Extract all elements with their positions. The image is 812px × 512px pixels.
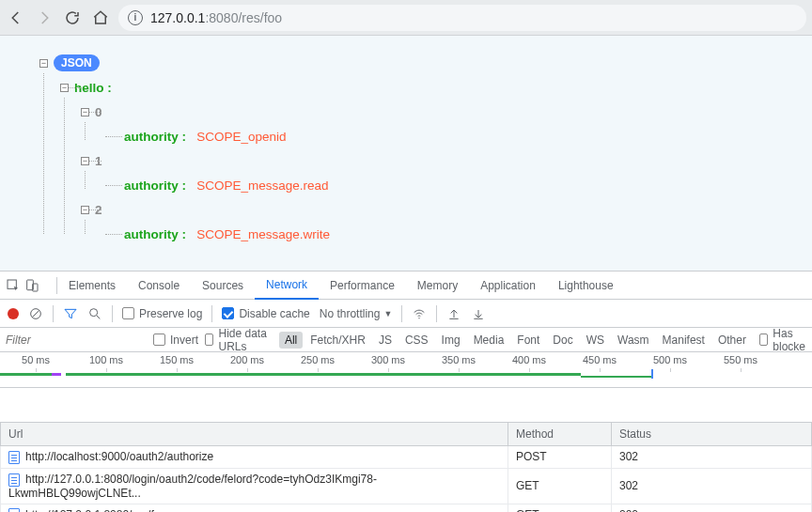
- filter-chip-wasm[interactable]: Wasm: [612, 332, 655, 349]
- tree-node-1[interactable]: − 1: [81, 150, 803, 171]
- filter-chip-img[interactable]: Img: [436, 332, 466, 349]
- tree-value: SCOPE_message.read: [196, 178, 328, 193]
- timeline-bar: [52, 373, 61, 376]
- collapse-icon[interactable]: −: [81, 206, 89, 214]
- filter-chip-js[interactable]: JS: [373, 332, 398, 349]
- filter-input[interactable]: [0, 331, 153, 349]
- upload-icon[interactable]: [446, 306, 461, 321]
- tab-elements[interactable]: Elements: [57, 272, 127, 300]
- collapse-icon[interactable]: −: [81, 108, 89, 116]
- arrow-left-icon: [8, 9, 24, 26]
- timeline-tick: 400 ms: [512, 354, 546, 365]
- col-status[interactable]: Status: [612, 423, 812, 446]
- table-row[interactable]: http://localhost:9000/oauth2/authorize P…: [1, 446, 812, 469]
- filter-chip-other[interactable]: Other: [712, 332, 752, 349]
- arrow-right-icon: [36, 9, 53, 26]
- timeline-tick: 150 ms: [160, 354, 194, 365]
- file-icon: [8, 451, 20, 464]
- tree-leaf: authority : SCOPE_message.write: [102, 224, 803, 244]
- tree-value: SCOPE_openid: [196, 130, 286, 144]
- timeline-tick: 450 ms: [583, 354, 617, 365]
- clear-icon[interactable]: [28, 306, 43, 321]
- device-toggle-icon[interactable]: [24, 278, 39, 293]
- reload-button[interactable]: [62, 8, 83, 28]
- timeline-tick: 500 ms: [653, 354, 687, 365]
- svg-line-6: [97, 316, 100, 318]
- tab-sources[interactable]: Sources: [191, 272, 255, 300]
- devtools-tabs: Elements Console Sources Network Perform…: [0, 272, 812, 300]
- record-button[interactable]: [8, 308, 19, 319]
- tree-key: authority :: [124, 130, 186, 144]
- tree-key: authority :: [124, 227, 186, 241]
- tab-application[interactable]: Application: [469, 272, 547, 300]
- timeline-marker: [651, 369, 653, 379]
- download-icon[interactable]: [471, 306, 486, 321]
- page-content: − JSON − hello : − 0 authority : SCOPE_o…: [0, 36, 812, 271]
- inspect-icon[interactable]: [6, 278, 21, 293]
- timeline-bar: [581, 376, 651, 378]
- json-root-row[interactable]: − JSON: [39, 53, 803, 73]
- table-row[interactable]: http://127.0.0.1:8080/login/oauth2/code/…: [1, 468, 812, 504]
- json-badge: JSON: [54, 54, 100, 71]
- filter-icon[interactable]: [63, 306, 78, 321]
- timeline-tick: 50 ms: [22, 354, 50, 365]
- tree-index: 1: [95, 154, 102, 168]
- tab-lighthouse[interactable]: Lighthouse: [547, 272, 625, 300]
- timeline-tick: 250 ms: [301, 354, 335, 365]
- svg-point-5: [90, 308, 98, 316]
- collapse-icon[interactable]: −: [81, 157, 89, 165]
- timeline-tick: 100 ms: [89, 354, 123, 365]
- filter-chip-manifest[interactable]: Manifest: [657, 332, 710, 349]
- collapse-icon[interactable]: −: [39, 59, 48, 68]
- tree-node-0[interactable]: − 0: [81, 101, 803, 122]
- home-button[interactable]: [90, 8, 111, 28]
- invert-checkbox[interactable]: Invert: [153, 334, 198, 347]
- tree-node-2[interactable]: − 2: [81, 199, 803, 220]
- browser-toolbar: i 127.0.0.1:8080/res/foo: [0, 0, 812, 36]
- tab-memory[interactable]: Memory: [406, 272, 469, 300]
- col-url[interactable]: Url: [1, 423, 508, 446]
- site-info-icon[interactable]: i: [128, 10, 143, 25]
- tree-key: authority :: [124, 178, 186, 193]
- filter-chip-ws[interactable]: WS: [581, 332, 610, 349]
- timeline-tick: 300 ms: [371, 354, 405, 365]
- network-request-table: Url Method Status http://localhost:9000/…: [0, 422, 812, 512]
- filter-chip-all[interactable]: All: [279, 332, 303, 349]
- throttling-select[interactable]: No throttling ▼: [320, 307, 393, 320]
- tab-console[interactable]: Console: [127, 272, 191, 300]
- tree-leaf: authority : SCOPE_openid: [102, 126, 803, 147]
- tree-index: 0: [95, 105, 102, 119]
- file-icon: [8, 508, 20, 512]
- table-row[interactable]: http://127.0.0.1:8080/res/foo GET 200: [1, 504, 812, 512]
- search-icon[interactable]: [87, 306, 102, 321]
- file-icon: [8, 473, 20, 487]
- hide-data-urls-checkbox[interactable]: Hide data URLs: [205, 327, 275, 353]
- home-icon: [92, 9, 109, 26]
- tree-node-hello[interactable]: − hello :: [60, 77, 803, 98]
- filter-chip-media[interactable]: Media: [468, 332, 510, 349]
- svg-point-7: [419, 318, 420, 318]
- back-button[interactable]: [6, 8, 26, 28]
- filter-chip-fetchxhr[interactable]: Fetch/XHR: [304, 332, 371, 349]
- wifi-icon[interactable]: [412, 306, 427, 321]
- collapse-icon[interactable]: −: [60, 84, 69, 92]
- forward-button[interactable]: [34, 8, 55, 28]
- svg-line-4: [32, 310, 39, 318]
- col-method[interactable]: Method: [508, 423, 612, 446]
- has-blocked-checkbox[interactable]: Has blocke: [759, 327, 812, 353]
- timeline-tick: 350 ms: [442, 354, 476, 365]
- preserve-log-checkbox[interactable]: Preserve log: [122, 307, 202, 320]
- filter-chip-css[interactable]: CSS: [399, 332, 434, 349]
- address-bar[interactable]: i 127.0.0.1:8080/res/foo: [118, 5, 806, 31]
- tree-key: hello :: [74, 81, 112, 95]
- disable-cache-checkbox[interactable]: Disable cache: [222, 307, 309, 320]
- filter-chip-doc[interactable]: Doc: [547, 332, 578, 349]
- url-text: 127.0.0.1:8080/res/foo: [150, 10, 282, 25]
- network-toolbar: Preserve log Disable cache No throttling…: [0, 300, 812, 328]
- tab-network[interactable]: Network: [255, 272, 319, 300]
- tree-index: 2: [95, 203, 102, 217]
- tab-performance[interactable]: Performance: [319, 272, 406, 300]
- filter-chip-font[interactable]: Font: [511, 332, 545, 349]
- network-timeline[interactable]: 50 ms 100 ms 150 ms 200 ms 250 ms 300 ms…: [0, 352, 812, 388]
- network-filter-bar: Invert Hide data URLs All Fetch/XHR JS C…: [0, 328, 812, 352]
